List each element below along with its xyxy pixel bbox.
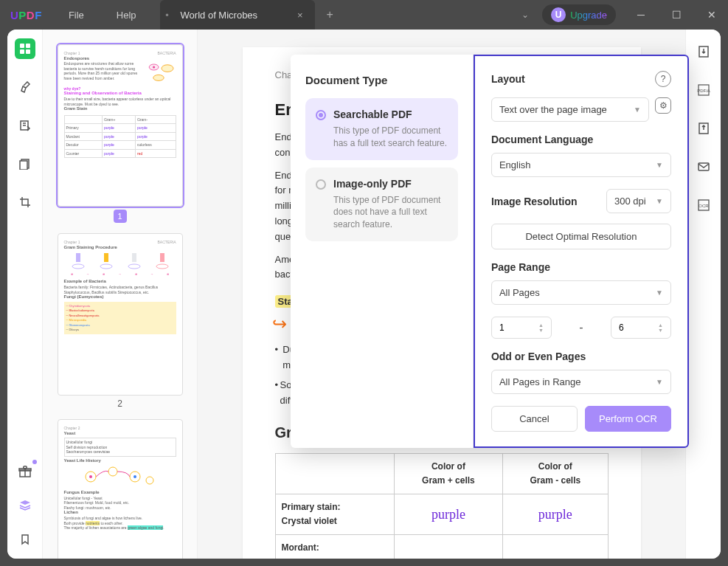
document-tab[interactable]: • World of Microbes × [160,0,315,30]
svg-point-14 [153,75,163,81]
svg-point-21 [128,264,140,269]
svg-rect-18 [104,253,108,262]
tab-add-icon[interactable]: + [315,8,345,21]
menu-help[interactable]: Help [100,10,153,21]
bookmark-icon[interactable] [15,529,35,550]
svg-rect-34 [698,163,709,170]
chevron-down-icon: ▼ [656,197,663,205]
annotate-icon[interactable] [15,115,35,136]
option-searchable-pdf[interactable]: Searchable PDF This type of PDF document… [305,98,458,160]
menu-file[interactable]: File [52,10,100,21]
detect-resolution-button[interactable]: Detect Optimal Resolution [491,224,671,249]
tab-indicator-icon: • [160,10,175,21]
tab-title: World of Microbes [175,10,293,21]
chevron-down-icon: ▼ [656,161,663,169]
svg-rect-1 [26,44,30,48]
page-range-select[interactable]: All Pages▼ [491,280,671,305]
svg-point-27 [146,477,153,484]
svg-point-23 [156,264,168,269]
thumbnail-panel: Chapter 1BACTERIA Endospores Endospores … [43,30,198,559]
svg-point-19 [100,264,112,269]
svg-rect-22 [160,253,164,262]
layers-icon[interactable] [15,495,35,516]
ocr-icon[interactable]: OCR [693,195,714,215]
pdfa-icon[interactable]: PDF/A [693,80,714,100]
thumbnails-icon[interactable] [15,38,35,59]
resolution-select[interactable]: 300 dpi▼ [606,189,671,213]
ocr-dialog-right: Layout ? Text over the page image▼ ⚙ Doc… [474,55,689,448]
layout-select[interactable]: Text over the page image▼ [491,97,649,122]
cancel-button[interactable]: Cancel [491,406,578,432]
page-tool-icon[interactable] [15,153,35,174]
thumbnail-page-2[interactable]: Chapter 1BACTERIA Gram Staining Procedur… [58,233,183,396]
crop-icon[interactable] [15,192,35,213]
odd-even-label: Odd or Even Pages [491,351,671,362]
svg-point-28 [89,475,92,478]
app-logo: UPDF [0,9,52,21]
save-icon[interactable] [693,118,714,139]
upgrade-button[interactable]: U Upgrade [542,4,616,25]
svg-point-15 [153,66,155,69]
svg-rect-8 [20,161,27,170]
upgrade-icon: U [551,7,566,22]
tab-close-icon[interactable]: × [293,10,308,21]
odd-even-select[interactable]: All Pages in Range▼ [491,370,671,394]
ocr-dialog-left: Document Type Searchable PDF This type o… [291,55,474,448]
thumbnail-page-3[interactable]: Chapter 2 Yeast Unicellular fungiSelf di… [58,419,183,559]
gift-icon[interactable] [15,461,35,482]
upgrade-label: Upgrade [570,10,607,21]
svg-point-17 [72,264,84,269]
svg-point-13 [162,65,173,72]
resolution-label: Image Resolution [491,196,600,207]
tabs-dropdown-icon[interactable]: ⌄ [511,10,539,20]
svg-text:OCR: OCR [698,204,709,208]
document-type-label: Document Type [305,74,458,86]
window-minimize-icon[interactable]: ─ [625,0,657,30]
svg-rect-16 [76,253,80,262]
chevron-down-icon: ▼ [656,378,663,386]
svg-rect-2 [20,49,24,54]
page-to-input[interactable]: 6▲▼ [611,317,671,339]
left-toolbar [7,30,43,559]
language-select[interactable]: English▼ [491,153,671,177]
svg-rect-3 [26,49,30,54]
svg-point-29 [134,475,136,478]
help-icon[interactable]: ? [655,71,671,87]
titlebar: UPDF File Help • World of Microbes × + ⌄… [0,0,728,30]
svg-rect-20 [132,253,136,262]
window-maximize-icon[interactable]: ☐ [660,0,693,30]
page-number: 2 [43,398,197,409]
chevron-down-icon: ▼ [634,106,641,114]
thumbnail-page-1[interactable]: Chapter 1BACTERIA Endospores Endospores … [58,44,183,207]
export-icon[interactable] [693,41,714,62]
perform-ocr-button[interactable]: Perform OCR [585,406,671,432]
svg-text:PDF/A: PDF/A [697,89,710,93]
option-image-only-pdf[interactable]: Image-only PDF This type of PDF document… [305,168,458,241]
mail-icon[interactable] [693,156,714,177]
gear-icon[interactable]: ⚙ [655,97,671,114]
layout-label: Layout [491,73,649,85]
radio-icon [316,179,326,190]
ocr-dialog: Document Type Searchable PDF This type o… [291,55,689,448]
page-number-badge: 1 [114,210,127,223]
gram-stain-table: Color of Gram + cellsColor of Gram - cel… [275,453,609,559]
svg-point-25 [108,467,117,476]
page-range-label: Page Range [491,261,671,273]
main-viewport: Chapter 1BACTERIA Endospores Endospores … [7,30,721,559]
page-from-input[interactable]: 1▲▼ [491,317,552,339]
chevron-down-icon: ▼ [656,289,663,297]
highlight-icon[interactable] [15,77,35,97]
radio-icon [316,110,326,120]
right-toolbar: PDF/A OCR [685,30,721,559]
svg-rect-0 [20,44,24,48]
window-close-icon[interactable]: ✕ [696,0,728,30]
language-label: Document Language [491,134,671,145]
